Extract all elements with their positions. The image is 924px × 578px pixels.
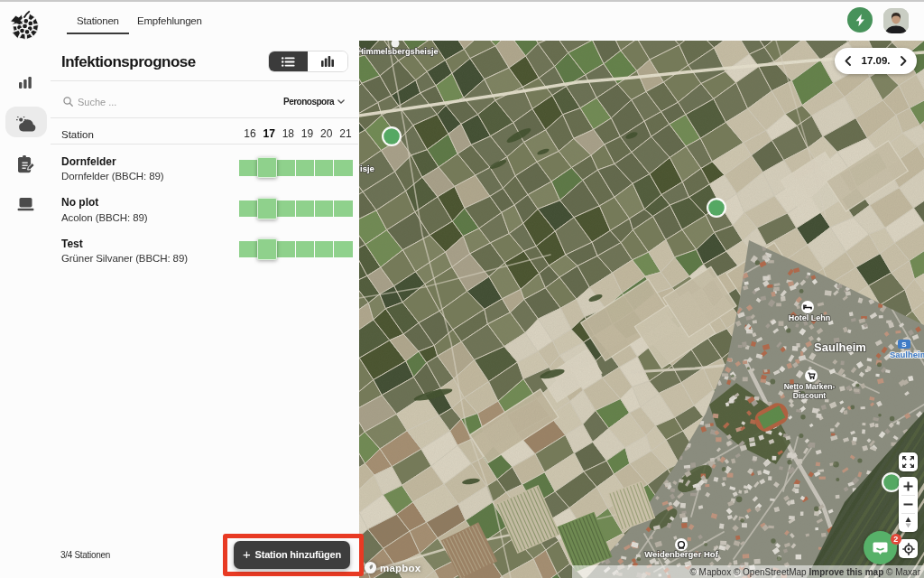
svg-text:S: S [901,340,907,349]
svg-text:Weidenberger Hof: Weidenberger Hof [644,549,718,559]
svg-text:Netto Marken-: Netto Marken- [784,382,836,391]
svg-text:Himmelsbergsheisje: Himmelsbergsheisje [359,47,439,56]
svg-text:Discount: Discount [793,391,827,400]
svg-text:Saulheim: Saulheim [890,350,924,359]
svg-text:Saulheim: Saulheim [814,340,866,354]
svg-text:Hotel Lehn: Hotel Lehn [789,313,831,322]
svg-text:isje: isje [360,163,374,173]
